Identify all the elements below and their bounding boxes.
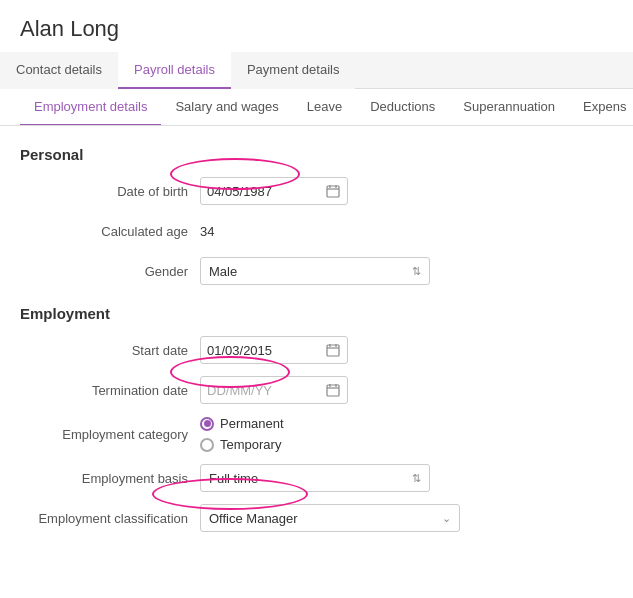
employment-basis-select[interactable]: Full time ⇅	[200, 464, 430, 492]
termination-date-label: Termination date	[20, 383, 200, 398]
tab-contact-details[interactable]: Contact details	[0, 52, 118, 89]
age-row: Calculated age 34	[20, 217, 613, 245]
dob-row: Date of birth 04/05/1987	[20, 177, 613, 205]
radio-temporary-circle[interactable]	[200, 438, 214, 452]
termination-date-row: Termination date DD/MM/YY	[20, 376, 613, 404]
sub-tab-deductions[interactable]: Deductions	[356, 89, 449, 126]
employment-section: Employment Start date 01/03/2015 Termina…	[20, 305, 613, 532]
dob-value: 04/05/1987	[207, 184, 325, 199]
employment-classification-select[interactable]: Office Manager ⌄	[200, 504, 460, 532]
start-date-label: Start date	[20, 343, 200, 358]
sub-tabs-bar: Employment details Salary and wages Leav…	[0, 89, 633, 126]
employment-basis-value: Full time	[209, 471, 258, 486]
radio-permanent-circle[interactable]	[200, 417, 214, 431]
employment-category-label: Employment category	[20, 427, 200, 442]
age-value: 34	[200, 224, 214, 239]
radio-temporary-label: Temporary	[220, 437, 281, 452]
termination-date-calendar-icon[interactable]	[325, 382, 341, 398]
start-date-calendar-icon[interactable]	[325, 342, 341, 358]
employment-classification-arrow: ⌄	[442, 512, 451, 525]
start-date-value: 01/03/2015	[207, 343, 325, 358]
employment-basis-label: Employment basis	[20, 471, 200, 486]
main-content: Personal Date of birth 04/05/1987 Calcul…	[0, 126, 633, 564]
radio-temporary[interactable]: Temporary	[200, 437, 284, 452]
gender-label: Gender	[20, 264, 200, 279]
sub-tab-expenses[interactable]: Expens	[569, 89, 633, 126]
gender-select[interactable]: Male ⇅	[200, 257, 430, 285]
employment-classification-label: Employment classification	[20, 511, 200, 526]
start-date-row: Start date 01/03/2015	[20, 336, 613, 364]
dob-label: Date of birth	[20, 184, 200, 199]
svg-rect-4	[327, 345, 339, 356]
employment-classification-row: Employment classification Office Manager…	[20, 504, 613, 532]
employment-classification-value: Office Manager	[209, 511, 298, 526]
dob-input[interactable]: 04/05/1987	[200, 177, 348, 205]
employment-category-row: Employment category Permanent Temporary	[20, 416, 613, 452]
dob-calendar-icon[interactable]	[325, 183, 341, 199]
gender-select-value: Male	[209, 264, 237, 279]
personal-section-title: Personal	[20, 146, 613, 163]
personal-section: Personal Date of birth 04/05/1987 Calcul…	[20, 146, 613, 285]
employment-basis-arrow: ⇅	[412, 472, 421, 485]
svg-rect-0	[327, 186, 339, 197]
gender-select-arrow: ⇅	[412, 265, 421, 278]
gender-row: Gender Male ⇅	[20, 257, 613, 285]
radio-permanent[interactable]: Permanent	[200, 416, 284, 431]
sub-tab-salary-wages[interactable]: Salary and wages	[161, 89, 292, 126]
termination-date-placeholder: DD/MM/YY	[207, 383, 325, 398]
tab-payment-details[interactable]: Payment details	[231, 52, 356, 89]
top-tabs-bar: Contact details Payroll details Payment …	[0, 52, 633, 89]
radio-permanent-label: Permanent	[220, 416, 284, 431]
tab-payroll-details[interactable]: Payroll details	[118, 52, 231, 89]
sub-tab-superannuation[interactable]: Superannuation	[449, 89, 569, 126]
sub-tab-leave[interactable]: Leave	[293, 89, 356, 126]
start-date-input[interactable]: 01/03/2015	[200, 336, 348, 364]
termination-date-input[interactable]: DD/MM/YY	[200, 376, 348, 404]
employment-section-title: Employment	[20, 305, 613, 322]
svg-rect-8	[327, 385, 339, 396]
sub-tab-employment-details[interactable]: Employment details	[20, 89, 161, 126]
age-label: Calculated age	[20, 224, 200, 239]
page-title: Alan Long	[20, 16, 613, 42]
employment-basis-row: Employment basis Full time ⇅	[20, 464, 613, 492]
employment-category-radio-group: Permanent Temporary	[200, 416, 284, 452]
